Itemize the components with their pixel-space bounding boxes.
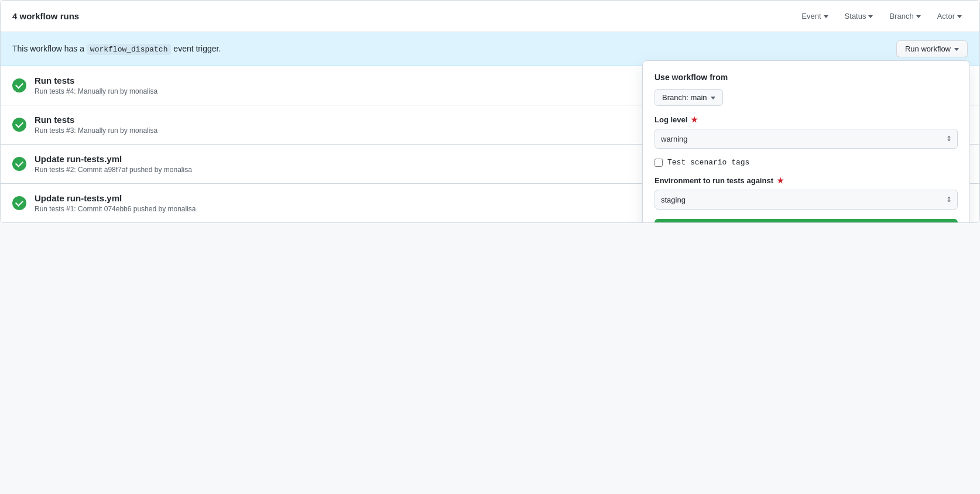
run-workflow-dropdown-button[interactable]: Run workflow [896, 40, 968, 57]
log-level-label: Log level ★ [655, 115, 958, 124]
dispatch-banner: This workflow has a workflow_dispatch ev… [1, 32, 979, 66]
run-workflow-submit-button[interactable]: Run workflow [655, 219, 958, 223]
test-scenario-tags-checkbox[interactable] [655, 159, 663, 167]
branch-select-button[interactable]: Branch: main [655, 89, 723, 106]
dispatch-text-suffix: event trigger. [171, 44, 221, 53]
status-filter-label: Status [845, 12, 866, 20]
success-icon [12, 157, 26, 171]
success-icon [12, 118, 26, 132]
header-row: 4 workflow runs Event Status Branch Acto… [1, 1, 979, 32]
dispatch-text: This workflow has a workflow_dispatch ev… [12, 44, 221, 54]
environment-required-star: ★ [775, 176, 784, 185]
log-level-required-star: ★ [688, 115, 698, 124]
event-filter-button[interactable]: Event [796, 9, 834, 23]
status-filter-button[interactable]: Status [839, 9, 879, 23]
environment-select[interactable]: staging production development [655, 190, 958, 210]
log-level-select[interactable]: warning debug info error [655, 129, 958, 149]
actor-filter-label: Actor [937, 12, 955, 20]
workflow-runs-count: 4 workflow runs [12, 11, 79, 21]
header-filters: Event Status Branch Actor [796, 9, 968, 23]
run-workflow-dropdown-label: Run workflow [905, 44, 951, 53]
test-scenario-tags-label: Test scenario tags [667, 158, 749, 167]
environment-label: Environment to run tests against ★ [655, 176, 958, 185]
actor-chevron-icon [957, 15, 962, 18]
environment-select-wrapper: staging production development ⇕ [655, 190, 958, 210]
dispatch-text-prefix: This workflow has a [12, 44, 87, 53]
log-level-select-wrapper: warning debug info error ⇕ [655, 129, 958, 149]
run-workflow-panel: Use workflow from Branch: main Log level… [642, 60, 970, 223]
branch-filter-label: Branch [889, 12, 913, 20]
branch-chevron-icon [916, 15, 921, 18]
success-icon [12, 78, 26, 92]
event-chevron-icon [824, 15, 828, 18]
use-workflow-from-label: Use workflow from [655, 73, 958, 82]
branch-filter-button[interactable]: Branch [883, 9, 926, 23]
status-chevron-icon [868, 15, 873, 18]
run-workflow-chevron-icon [954, 48, 959, 51]
success-icon [12, 196, 26, 210]
event-filter-label: Event [801, 12, 821, 20]
branch-select-label: Branch: main [662, 93, 707, 102]
test-scenario-tags-row: Test scenario tags [655, 158, 958, 167]
actor-filter-button[interactable]: Actor [931, 9, 968, 23]
page-container: 4 workflow runs Event Status Branch Acto… [0, 0, 980, 223]
dispatch-code: workflow_dispatch [87, 44, 172, 55]
branch-select-chevron-icon [711, 97, 715, 100]
